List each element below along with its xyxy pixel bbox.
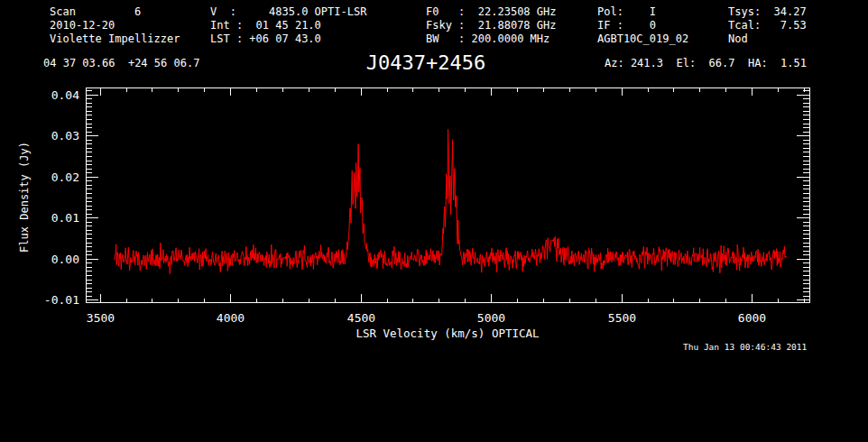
x-axis-label: LSR Velocity (km/s) OPTICAL [356,327,539,340]
svg-text:3500: 3500 [87,311,115,325]
svg-text:0.01: 0.01 [51,211,79,225]
svg-text:0.04: 0.04 [51,88,79,102]
svg-text:0.02: 0.02 [51,170,79,184]
svg-text:0.00: 0.00 [51,253,79,266]
svg-text:-0.01: -0.01 [44,293,79,307]
svg-text:6000: 6000 [738,311,766,325]
svg-text:0.03: 0.03 [51,129,79,143]
gbtidl-plotter-window: Scan 6 2010-12-20 Violette Impellizzer V… [0,0,868,442]
svg-text:4500: 4500 [347,311,375,325]
spectrum-trace [115,129,787,273]
spectrum-plot: 350040004500500055006000-0.010.000.010.0… [0,0,868,442]
svg-text:4000: 4000 [217,311,245,325]
svg-text:5500: 5500 [608,311,636,325]
svg-text:5000: 5000 [477,311,505,325]
y-axis-label: Flux Density (Jy) [18,142,31,253]
plot-timestamp: Thu Jan 13 00:46:43 2011 [683,342,807,352]
